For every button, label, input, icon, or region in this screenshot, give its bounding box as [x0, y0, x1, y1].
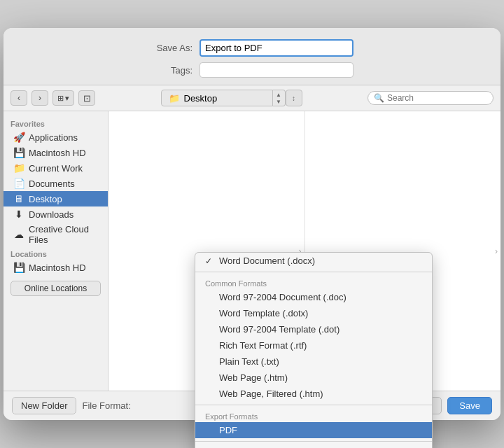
- chevron-up-icon: ▲: [276, 92, 281, 98]
- dropdown-item-web-filtered[interactable]: Web Page, Filtered (.htm): [195, 386, 432, 402]
- dropdown-item-word-template[interactable]: Word Template (.dotx): [195, 305, 432, 321]
- sidebar-item-downloads[interactable]: ⬇ Downloads: [4, 206, 108, 222]
- plain-text-label: Plain Text (.txt): [219, 356, 279, 367]
- save-dialog: Save As: Tags: ‹ › ⊞ ▾ ⊡ 📁 Desktop ▲ ▼: [4, 28, 500, 420]
- column-2-chevron: ›: [495, 246, 498, 256]
- save-button[interactable]: Save: [447, 397, 492, 414]
- dropdown-item-word-docx[interactable]: ✓ Word Document (.docx): [195, 253, 432, 269]
- creative-cloud-label: Creative Cloud Files: [29, 224, 101, 245]
- expand-button[interactable]: ↕: [286, 90, 302, 106]
- search-box[interactable]: 🔍: [368, 91, 493, 105]
- dropdown-item-web-page[interactable]: Web Page (.htm): [195, 370, 432, 386]
- word-97-template-label: Word 97-2004 Template (.dot): [219, 324, 340, 335]
- location-arrows[interactable]: ▲ ▼: [273, 90, 286, 106]
- chevron-down-icon: ▼: [276, 99, 281, 105]
- dropdown-item-word-97-template[interactable]: Word 97-2004 Template (.dot): [195, 321, 432, 337]
- sidebar-item-macintosh-hd[interactable]: 💾 Macintosh HD: [4, 145, 108, 160]
- favorites-section-label: Favorites: [4, 117, 108, 130]
- toolbar: ‹ › ⊞ ▾ ⊡ 📁 Desktop ▲ ▼ ↕ 🔍: [4, 85, 500, 111]
- documents-icon: 📄: [13, 178, 24, 189]
- downloads-label: Downloads: [29, 209, 74, 220]
- macintosh-hd-loc-label: Macintosh HD: [29, 262, 86, 273]
- documents-label: Documents: [29, 178, 75, 189]
- save-as-input[interactable]: [200, 39, 354, 57]
- folder-nav-icon: ⊡: [83, 93, 91, 104]
- new-folder-button[interactable]: New Folder: [12, 397, 76, 414]
- divider-1: [195, 272, 432, 272]
- dropdown-item-rtf[interactable]: Rich Text Format (.rtf): [195, 337, 432, 354]
- dropdown-item-word-97[interactable]: Word 97-2004 Document (.doc): [195, 289, 432, 305]
- tags-input[interactable]: [200, 62, 354, 78]
- rtf-label: Rich Text Format (.rtf): [219, 340, 307, 351]
- current-work-label: Current Work: [29, 163, 83, 174]
- sidebar-item-creative-cloud[interactable]: ☁ Creative Cloud Files: [4, 222, 108, 247]
- web-filtered-label: Web Page, Filtered (.htm): [219, 388, 323, 399]
- tags-label: Tags:: [150, 65, 192, 76]
- online-locations-button[interactable]: Online Locations: [10, 281, 101, 296]
- sidebar-item-desktop[interactable]: 🖥 Desktop: [4, 191, 108, 206]
- creative-cloud-icon: ☁: [13, 229, 24, 240]
- downloads-icon: ⬇: [13, 209, 24, 220]
- location-label: Desktop: [184, 93, 218, 104]
- view-chevron-icon: ▾: [65, 94, 69, 103]
- search-icon: 🔍: [374, 93, 384, 103]
- locations-section-label: Locations: [4, 247, 108, 260]
- word-template-label: Word Template (.dotx): [219, 308, 308, 318]
- applications-label: Applications: [29, 132, 78, 143]
- location-select[interactable]: 📁 Desktop: [161, 90, 273, 106]
- word-97-label: Word 97-2004 Document (.doc): [219, 292, 346, 302]
- view-icon: ⊞: [57, 94, 64, 103]
- desktop-icon: 🖥: [13, 193, 24, 204]
- file-format-dropdown[interactable]: ✓ Word Document (.docx) Common Formats W…: [195, 252, 433, 420]
- view-button[interactable]: ⊞ ▾: [52, 90, 74, 106]
- export-formats-label: Export Formats: [195, 408, 432, 420]
- checkmark-icon: ✓: [205, 256, 215, 266]
- macintosh-hd-loc-icon: 💾: [13, 262, 24, 273]
- desktop-label: Desktop: [29, 194, 62, 204]
- save-as-label: Save As:: [150, 43, 192, 53]
- web-page-label: Web Page (.htm): [219, 372, 288, 383]
- divider-2: [195, 405, 432, 405]
- search-input[interactable]: [387, 93, 485, 103]
- back-button[interactable]: ‹: [10, 90, 27, 106]
- sidebar-item-current-work[interactable]: 📁 Current Work: [4, 160, 108, 176]
- location-bar: 📁 Desktop ▲ ▼ ↕: [99, 90, 363, 106]
- dropdown-item-plain-text[interactable]: Plain Text (.txt): [195, 354, 432, 370]
- forward-button[interactable]: ›: [31, 90, 48, 106]
- applications-icon: 🚀: [13, 132, 24, 143]
- file-format-label: File Format:: [82, 400, 130, 411]
- save-as-row: Save As:: [18, 39, 486, 57]
- title-bar: Save As: Tags:: [4, 28, 500, 85]
- sidebar-item-applications[interactable]: 🚀 Applications: [4, 130, 108, 145]
- macintosh-hd-label: Macintosh HD: [29, 148, 86, 158]
- sidebar: Favorites 🚀 Applications 💾 Macintosh HD …: [4, 111, 108, 391]
- folder-icon: 📁: [169, 93, 180, 104]
- sidebar-item-documents[interactable]: 📄 Documents: [4, 176, 108, 191]
- folder-nav-button[interactable]: ⊡: [78, 90, 95, 106]
- common-formats-label: Common Formats: [195, 275, 432, 289]
- sidebar-item-macintosh-hd-loc[interactable]: 💾 Macintosh HD: [4, 260, 108, 275]
- word-docx-label: Word Document (.docx): [219, 255, 315, 266]
- current-work-icon: 📁: [13, 162, 24, 174]
- macintosh-hd-icon: 💾: [13, 147, 24, 158]
- tags-row: Tags:: [18, 62, 486, 78]
- expand-icon: ↕: [292, 94, 295, 102]
